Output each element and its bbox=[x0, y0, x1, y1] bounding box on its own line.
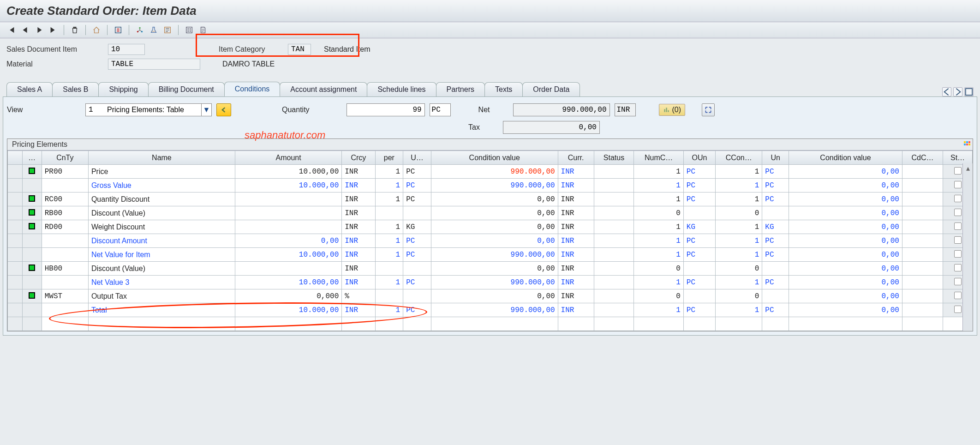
first-icon[interactable] bbox=[6, 25, 17, 35]
pricing-table[interactable]: …CnTyNameAmountCrcyperU…Condition valueC… bbox=[7, 150, 973, 331]
unit-cell[interactable]: PC bbox=[403, 179, 431, 192]
tab-texts[interactable]: Texts bbox=[484, 82, 523, 96]
cnty-cell[interactable] bbox=[42, 276, 88, 289]
view-text-input[interactable] bbox=[104, 106, 201, 114]
next-icon[interactable] bbox=[34, 25, 44, 35]
col-header[interactable]: Condition value bbox=[431, 151, 558, 165]
table-row[interactable]: Gross Value10.000,00INR1PC990.000,00INR1… bbox=[8, 179, 973, 192]
cnty-cell[interactable]: MWST bbox=[42, 289, 88, 303]
cnty-cell[interactable] bbox=[42, 303, 88, 317]
per-cell[interactable]: 1 bbox=[375, 179, 403, 192]
table-row[interactable]: Discount Amount0,00INR1PC0,00INR1PC1PC0,… bbox=[8, 234, 973, 248]
row-selector[interactable] bbox=[8, 206, 23, 220]
view-number-input[interactable] bbox=[86, 106, 104, 114]
amount-cell[interactable]: 0,000 bbox=[235, 289, 341, 303]
cnty-cell[interactable] bbox=[42, 248, 88, 262]
table-row[interactable]: MWSTOutput Tax0,000%0,00INR000,00 bbox=[8, 289, 973, 303]
amount-cell[interactable] bbox=[235, 262, 341, 276]
col-header[interactable]: U… bbox=[403, 151, 431, 165]
row-selector[interactable] bbox=[8, 192, 23, 206]
row-selector[interactable] bbox=[8, 179, 23, 192]
table-row[interactable] bbox=[8, 317, 973, 331]
row-selector[interactable] bbox=[8, 303, 23, 317]
tab-schedule-lines[interactable]: Schedule lines bbox=[367, 82, 436, 96]
amount-cell[interactable] bbox=[235, 192, 341, 206]
col-header[interactable]: CdC… bbox=[902, 151, 943, 165]
cnty-cell[interactable]: PR00 bbox=[42, 165, 88, 179]
table-row[interactable]: RC00Quantity DiscountINR1PC0,00INR1PC1PC… bbox=[8, 192, 973, 206]
view-dropdown[interactable]: ▼ bbox=[85, 103, 212, 116]
col-header[interactable]: Status bbox=[594, 151, 634, 165]
table-row[interactable]: Net Value 310.000,00INR1PC990.000,00INR1… bbox=[8, 276, 973, 289]
col-header[interactable]: Name bbox=[88, 151, 235, 165]
per-cell[interactable]: 1 bbox=[375, 220, 403, 234]
per-cell[interactable]: 1 bbox=[375, 234, 403, 248]
row-selector[interactable] bbox=[8, 276, 23, 289]
row-selector[interactable] bbox=[8, 165, 23, 179]
cnty-cell[interactable]: RD00 bbox=[42, 220, 88, 234]
row-selector[interactable] bbox=[8, 248, 23, 262]
material-input[interactable] bbox=[108, 59, 200, 70]
quantity-input[interactable] bbox=[347, 103, 425, 116]
costing-icon[interactable] bbox=[162, 25, 173, 35]
table-row[interactable]: RB00Discount (Value)INR0,00INR000,00 bbox=[8, 206, 973, 220]
col-header[interactable]: Amount bbox=[235, 151, 341, 165]
unit-cell[interactable]: PC bbox=[403, 165, 431, 179]
per-cell[interactable]: 1 bbox=[375, 248, 403, 262]
per-cell[interactable] bbox=[375, 206, 403, 220]
unit-cell[interactable]: KG bbox=[403, 220, 431, 234]
col-header[interactable]: Crcy bbox=[342, 151, 375, 165]
vertical-scrollbar[interactable]: ▴ bbox=[962, 163, 973, 331]
col-header[interactable]: CnTy bbox=[42, 151, 88, 165]
col-header[interactable]: Condition value bbox=[789, 151, 902, 165]
col-header[interactable]: … bbox=[22, 151, 42, 165]
dropdown-arrow-icon[interactable]: ▼ bbox=[201, 104, 211, 116]
row-selector[interactable] bbox=[8, 234, 23, 248]
expand-button[interactable] bbox=[702, 103, 715, 116]
row-checkbox[interactable] bbox=[954, 209, 962, 216]
unit-cell[interactable]: PC bbox=[403, 234, 431, 248]
item-category-input[interactable] bbox=[288, 44, 311, 55]
tab-sales-a[interactable]: Sales A bbox=[6, 82, 53, 96]
row-checkbox[interactable] bbox=[954, 264, 962, 271]
row-selector[interactable] bbox=[8, 220, 23, 234]
quantity-unit-input[interactable] bbox=[430, 103, 451, 116]
unit-cell[interactable]: PC bbox=[403, 192, 431, 206]
last-icon[interactable] bbox=[48, 25, 58, 35]
tab-scroll-right-icon[interactable] bbox=[953, 87, 962, 96]
col-header[interactable]: St… bbox=[943, 151, 973, 165]
unit-cell[interactable]: PC bbox=[403, 303, 431, 317]
table-row[interactable]: Total10.000,00INR1PC990.000,00INR1PC1PC0… bbox=[8, 303, 973, 317]
per-cell[interactable] bbox=[375, 289, 403, 303]
tab-billing-document[interactable]: Billing Document bbox=[148, 82, 225, 96]
unit-cell[interactable] bbox=[403, 289, 431, 303]
unit-cell[interactable]: PC bbox=[403, 248, 431, 262]
cnty-cell[interactable]: RC00 bbox=[42, 192, 88, 206]
row-checkbox[interactable] bbox=[954, 278, 962, 285]
back-button[interactable] bbox=[216, 103, 231, 116]
per-cell[interactable]: 1 bbox=[375, 276, 403, 289]
row-checkbox[interactable] bbox=[954, 250, 962, 258]
delete-icon[interactable] bbox=[70, 25, 80, 35]
row-checkbox[interactable] bbox=[954, 292, 962, 299]
row-checkbox[interactable] bbox=[954, 195, 962, 202]
tab-shipping[interactable]: Shipping bbox=[98, 82, 148, 96]
unit-cell[interactable] bbox=[403, 206, 431, 220]
col-header[interactable]: OUn bbox=[683, 151, 715, 165]
hierarchy-icon[interactable] bbox=[135, 25, 145, 35]
tab-conditions[interactable]: Conditions bbox=[224, 82, 281, 96]
tab-order-data[interactable]: Order Data bbox=[522, 82, 580, 96]
row-checkbox[interactable] bbox=[954, 306, 962, 313]
row-checkbox[interactable] bbox=[954, 181, 962, 188]
table-row[interactable]: HB00Discount (Value)INR0,00INR000,00 bbox=[8, 262, 973, 276]
amount-cell[interactable]: 10.000,00 bbox=[235, 303, 341, 317]
grid-config-icon[interactable] bbox=[962, 140, 972, 149]
amount-cell[interactable]: 10.000,00 bbox=[235, 248, 341, 262]
per-cell[interactable]: 1 bbox=[375, 165, 403, 179]
tab-list-icon[interactable] bbox=[964, 87, 974, 96]
row-selector[interactable] bbox=[8, 289, 23, 303]
home-icon[interactable] bbox=[91, 25, 102, 35]
prev-icon[interactable] bbox=[20, 25, 30, 35]
cnty-cell[interactable] bbox=[42, 179, 88, 192]
sum-icon[interactable] bbox=[184, 25, 194, 35]
